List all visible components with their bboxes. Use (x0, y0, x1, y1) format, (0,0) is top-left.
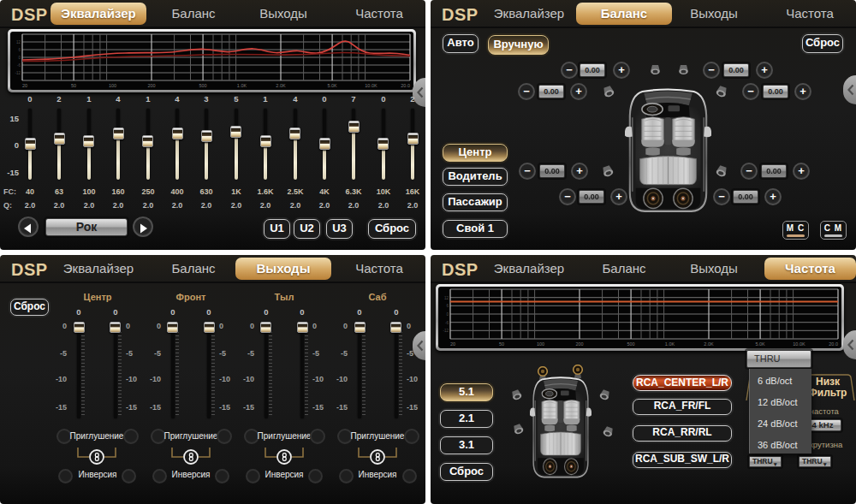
svg-text:500: 500 (199, 83, 207, 88)
svg-text:6: 6 (446, 304, 449, 308)
svg-text:20.0: 20.0 (829, 341, 838, 347)
svg-text:20.0: 20.0 (401, 83, 410, 88)
svg-text:2.0K: 2.0K (704, 341, 714, 347)
svg-text:1.0K: 1.0K (665, 341, 675, 347)
svg-text:12: 12 (16, 40, 21, 44)
svg-text:50: 50 (71, 83, 76, 88)
svg-text:5.0K: 5.0K (327, 83, 337, 88)
svg-text:10.0K: 10.0K (793, 341, 805, 347)
svg-text:10.0K: 10.0K (365, 83, 377, 88)
svg-text:20: 20 (450, 341, 455, 347)
svg-text:-6: -6 (445, 321, 449, 325)
svg-text:6: 6 (18, 48, 21, 52)
svg-text:5.0K: 5.0K (755, 341, 765, 347)
svg-text:1.0K: 1.0K (237, 83, 247, 88)
svg-text:-12: -12 (443, 329, 449, 333)
svg-text:0: 0 (18, 56, 21, 60)
svg-text:100: 100 (537, 341, 544, 347)
svg-text:12: 12 (444, 296, 449, 300)
svg-text:200: 200 (147, 83, 155, 88)
svg-text:-6: -6 (17, 63, 21, 68)
svg-text:200: 200 (575, 341, 583, 347)
svg-text:2.0K: 2.0K (276, 83, 286, 88)
svg-text:0: 0 (446, 312, 449, 317)
svg-text:50: 50 (499, 341, 504, 347)
svg-text:20: 20 (22, 83, 27, 88)
svg-text:-12: -12 (15, 71, 21, 75)
svg-text:500: 500 (627, 341, 635, 347)
svg-text:100: 100 (109, 83, 116, 88)
